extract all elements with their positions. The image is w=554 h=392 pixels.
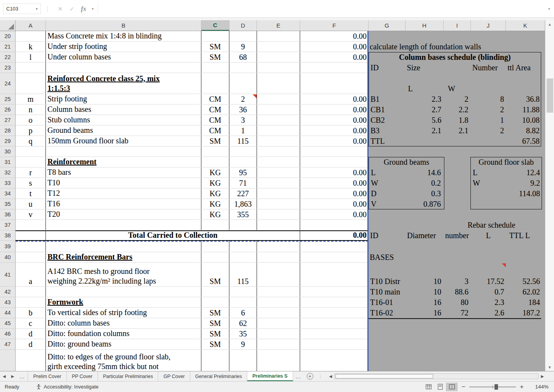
cell[interactable] bbox=[300, 339, 369, 349]
cell[interactable]: W bbox=[471, 178, 492, 188]
cell[interactable] bbox=[201, 146, 229, 157]
cell[interactable]: SM bbox=[201, 136, 229, 146]
cell[interactable] bbox=[257, 125, 300, 136]
cell[interactable] bbox=[201, 350, 229, 371]
cell[interactable] bbox=[300, 329, 369, 339]
page-break-preview-button[interactable] bbox=[446, 383, 458, 391]
cell[interactable]: 14.6 bbox=[390, 167, 444, 178]
cell[interactable] bbox=[16, 73, 46, 94]
cell[interactable] bbox=[257, 115, 300, 125]
cell[interactable]: KG bbox=[201, 178, 229, 188]
zoom-percent[interactable]: 144% bbox=[531, 384, 549, 390]
row-header[interactable]: 43 bbox=[0, 297, 16, 308]
cell[interactable]: Reinforcement bbox=[46, 157, 201, 167]
row-header[interactable]: 20 bbox=[0, 31, 16, 42]
cell[interactable] bbox=[257, 199, 300, 209]
prev-sheet-icon[interactable]: ◀ bbox=[0, 371, 9, 381]
row-header[interactable]: 45 bbox=[0, 318, 16, 329]
cell[interactable]: W bbox=[444, 73, 471, 94]
cell[interactable]: 0.00 bbox=[300, 52, 369, 62]
cell[interactable] bbox=[300, 350, 369, 371]
cell[interactable]: ttl Area bbox=[505, 63, 541, 73]
cell[interactable]: 71 bbox=[229, 178, 257, 188]
row-header[interactable]: 39 bbox=[0, 241, 16, 252]
cell[interactable]: number bbox=[444, 230, 471, 241]
cell[interactable] bbox=[16, 146, 46, 157]
cell[interactable]: 17.52 bbox=[471, 263, 506, 287]
cell[interactable] bbox=[406, 136, 444, 146]
cell[interactable]: T10 main bbox=[369, 287, 405, 297]
cell[interactable]: L bbox=[406, 73, 444, 94]
cell[interactable]: 9 bbox=[229, 339, 257, 349]
cell[interactable] bbox=[300, 220, 369, 230]
cell[interactable]: Total Carried to Collection bbox=[46, 231, 300, 240]
row-header[interactable] bbox=[0, 350, 16, 371]
cell[interactable]: KG bbox=[201, 167, 229, 178]
cell[interactable]: Diameter bbox=[405, 230, 444, 241]
cell[interactable]: 0.00 bbox=[300, 136, 369, 146]
cell[interactable]: o bbox=[16, 115, 46, 125]
sheet-tab-general-preliminaries[interactable]: General Preliminaries bbox=[190, 371, 247, 381]
cell[interactable] bbox=[369, 73, 406, 94]
row-header[interactable]: 29 bbox=[0, 136, 16, 146]
cell[interactable]: 0.00 bbox=[300, 125, 369, 136]
cell[interactable]: SM bbox=[201, 339, 229, 349]
cell[interactable]: To vertical sides of strip footing bbox=[46, 308, 201, 318]
cell[interactable]: Under strip footing bbox=[46, 42, 201, 52]
cell[interactable] bbox=[46, 287, 201, 297]
row-header[interactable]: 34 bbox=[0, 188, 16, 199]
horizontal-page-break-line[interactable] bbox=[16, 241, 369, 242]
cell[interactable] bbox=[257, 188, 300, 199]
cell[interactable]: SM bbox=[201, 308, 229, 318]
cell[interactable] bbox=[257, 157, 300, 167]
expand-formula-bar-icon[interactable]: ▾ bbox=[548, 7, 550, 11]
cell[interactable]: W bbox=[369, 178, 390, 188]
cell[interactable] bbox=[257, 287, 300, 297]
cell[interactable]: 16 bbox=[405, 308, 444, 318]
column-header-b[interactable]: B bbox=[46, 20, 201, 31]
cell[interactable]: 36.8 bbox=[505, 94, 541, 105]
cell[interactable]: Ground beams bbox=[46, 125, 201, 136]
cell[interactable]: 72 bbox=[444, 308, 471, 318]
cell[interactable] bbox=[444, 136, 471, 146]
cell[interactable] bbox=[257, 350, 300, 371]
cell[interactable] bbox=[201, 252, 229, 262]
cell[interactable]: 10 bbox=[405, 287, 444, 297]
cell[interactable]: TTL bbox=[369, 136, 406, 146]
rebar-schedule-title[interactable]: Rebar schedule bbox=[433, 220, 550, 230]
horizontal-scrollbar[interactable]: ◀ ▶ bbox=[327, 371, 546, 381]
cell[interactable]: T16 bbox=[46, 199, 201, 209]
sheet-tab-particular-preliminaries[interactable]: Particular Preliminaries bbox=[98, 371, 159, 381]
scroll-up-icon[interactable]: ▲ bbox=[545, 20, 554, 28]
row-header[interactable]: 27 bbox=[0, 115, 16, 125]
cell[interactable]: SM bbox=[201, 329, 229, 339]
cell[interactable]: 184 bbox=[506, 297, 541, 308]
cell[interactable]: 114.08 bbox=[492, 188, 542, 199]
column-header-e[interactable]: E bbox=[257, 20, 300, 31]
column-header-k[interactable]: K bbox=[506, 20, 545, 31]
column-header-h[interactable]: H bbox=[405, 20, 444, 31]
cell[interactable]: Ditto: column bases bbox=[46, 318, 201, 328]
row-header[interactable]: 42 bbox=[0, 287, 16, 297]
cell[interactable]: 2 bbox=[444, 94, 471, 105]
cell[interactable]: 35 bbox=[229, 329, 257, 339]
cell[interactable]: 2.1 bbox=[444, 125, 471, 136]
cell[interactable] bbox=[471, 188, 492, 199]
cell[interactable] bbox=[257, 209, 300, 220]
sheet-tab-prelim-cover[interactable]: Prelim Cover bbox=[28, 371, 66, 381]
cell[interactable] bbox=[257, 308, 300, 318]
cell[interactable]: KG bbox=[201, 209, 229, 220]
cell[interactable]: 187.2 bbox=[506, 308, 541, 318]
chevron-down-icon[interactable]: ▾ bbox=[36, 7, 38, 11]
cell[interactable]: l bbox=[16, 52, 46, 62]
cell[interactable]: v bbox=[16, 209, 46, 220]
column-header-a[interactable]: A bbox=[16, 20, 46, 31]
zoom-slider[interactable] bbox=[469, 383, 516, 390]
cell[interactable] bbox=[300, 146, 369, 157]
cell[interactable] bbox=[257, 31, 300, 41]
row-header[interactable]: 24 bbox=[0, 73, 16, 94]
row-header[interactable]: 21 bbox=[0, 42, 16, 52]
schedule-title[interactable]: Column bases schedule (blinding) bbox=[369, 52, 541, 63]
cell[interactable]: CM bbox=[201, 125, 229, 136]
row-header[interactable]: 44 bbox=[0, 308, 16, 318]
